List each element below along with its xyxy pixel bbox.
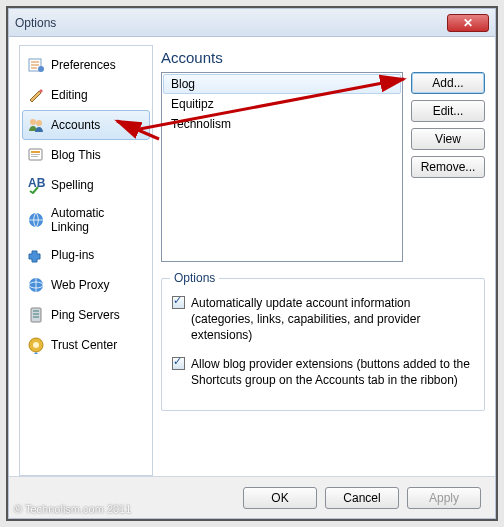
sidebar-item-preferences[interactable]: Preferences [22,50,150,80]
sidebar-item-web-proxy[interactable]: Web Proxy [22,270,150,300]
sidebar-item-plugins[interactable]: Plug-ins [22,240,150,270]
sidebar-item-ping-servers[interactable]: Ping Servers [22,300,150,330]
sidebar-item-label: Web Proxy [51,278,109,292]
account-item[interactable]: Technolism [163,114,401,134]
account-item[interactable]: Equitipz [163,94,401,114]
sidebar-item-label: Editing [51,88,88,102]
svg-rect-7 [31,156,38,157]
sidebar-item-label: Plug-ins [51,248,94,262]
svg-point-2 [30,119,36,125]
sidebar-item-editing[interactable]: Editing [22,80,150,110]
cancel-button[interactable]: Cancel [325,487,399,509]
watermark: © Technolism.com 2011 [14,503,131,515]
editing-icon [27,86,45,104]
sidebar-item-blog-this[interactable]: Blog This [22,140,150,170]
main-panel: Accounts Blog Equitipz Technolism Add...… [161,45,485,476]
account-buttons: Add... Edit... View Remove... [411,72,485,262]
section-heading: Accounts [161,49,485,66]
svg-rect-15 [33,316,39,318]
category-sidebar: Preferences Editing Accounts Blog This [19,45,153,476]
plugins-icon [27,246,45,264]
view-button[interactable]: View [411,128,485,150]
sidebar-item-trust-center[interactable]: Trust Center [22,330,150,360]
blog-this-icon [27,146,45,164]
sidebar-item-spelling[interactable]: ABC Spelling [22,170,150,200]
sidebar-item-label: Accounts [51,118,100,132]
svg-point-17 [33,342,39,348]
sidebar-item-automatic-linking[interactable]: Automatic Linking [22,200,150,240]
svg-rect-6 [31,154,40,155]
auto-linking-icon [27,211,45,229]
account-item[interactable]: Blog [163,74,401,94]
groupbox-legend: Options [170,271,219,285]
accounts-icon [27,116,45,134]
options-groupbox: Options Automatically update account inf… [161,278,485,411]
ping-servers-icon [27,306,45,324]
sidebar-item-label: Ping Servers [51,308,120,322]
screenshot-frame: Options ✕ Preferences Editing [6,6,498,521]
spelling-icon: ABC [27,176,45,194]
options-dialog: Options ✕ Preferences Editing [8,8,496,519]
titlebar: Options ✕ [9,9,495,37]
close-icon: ✕ [463,16,473,30]
auto-update-checkbox[interactable] [172,296,185,309]
window-title: Options [15,16,447,30]
svg-rect-14 [33,313,39,315]
add-button[interactable]: Add... [411,72,485,94]
accounts-listbox[interactable]: Blog Equitipz Technolism [161,72,403,262]
sidebar-item-label: Preferences [51,58,116,72]
preferences-icon [27,56,45,74]
edit-button[interactable]: Edit... [411,100,485,122]
sidebar-item-label: Spelling [51,178,94,192]
apply-button[interactable]: Apply [407,487,481,509]
sidebar-item-label: Automatic Linking [51,206,145,234]
allow-extensions-checkbox[interactable] [172,357,185,370]
remove-button[interactable]: Remove... [411,156,485,178]
svg-rect-13 [33,310,39,312]
close-button[interactable]: ✕ [447,14,489,32]
svg-point-1 [38,66,44,72]
sidebar-item-accounts[interactable]: Accounts [22,110,150,140]
auto-update-label: Automatically update account information… [191,295,474,344]
allow-extensions-label: Allow blog provider extensions (buttons … [191,356,474,388]
web-proxy-icon [27,276,45,294]
sidebar-item-label: Trust Center [51,338,117,352]
svg-rect-5 [31,151,40,153]
sidebar-item-label: Blog This [51,148,101,162]
ok-button[interactable]: OK [243,487,317,509]
trust-center-icon [27,336,45,354]
svg-point-3 [36,120,42,126]
